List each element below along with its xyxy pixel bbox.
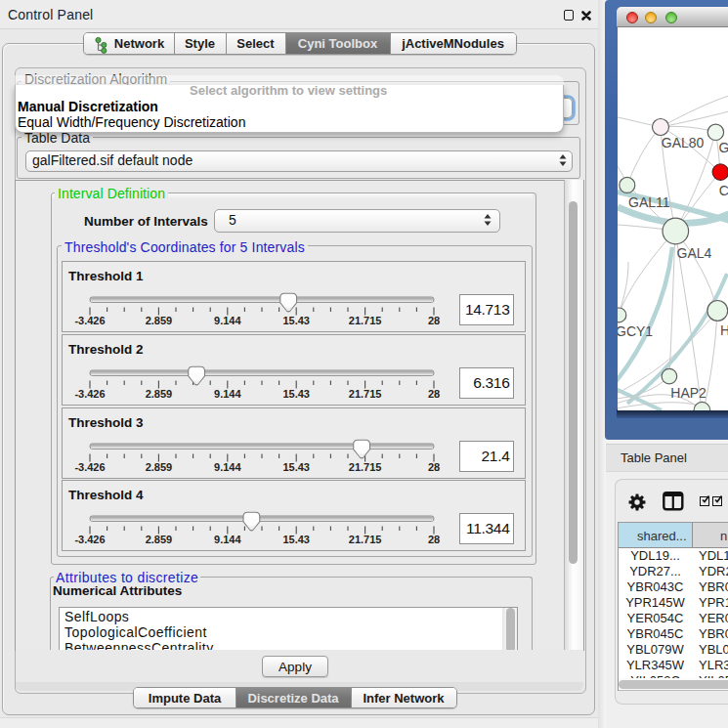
svg-text:GAL11: GAL11 [628, 194, 670, 210]
svg-text:GAL4: GAL4 [676, 245, 711, 261]
svg-text:GAL80: GAL80 [661, 135, 704, 150]
svg-text:C: C [718, 183, 728, 198]
svg-text:GA: GA [718, 140, 728, 155]
svg-text:H: H [720, 322, 728, 338]
svg-text:GCY1: GCY1 [618, 323, 653, 339]
svg-text:HAP2: HAP2 [670, 385, 707, 401]
